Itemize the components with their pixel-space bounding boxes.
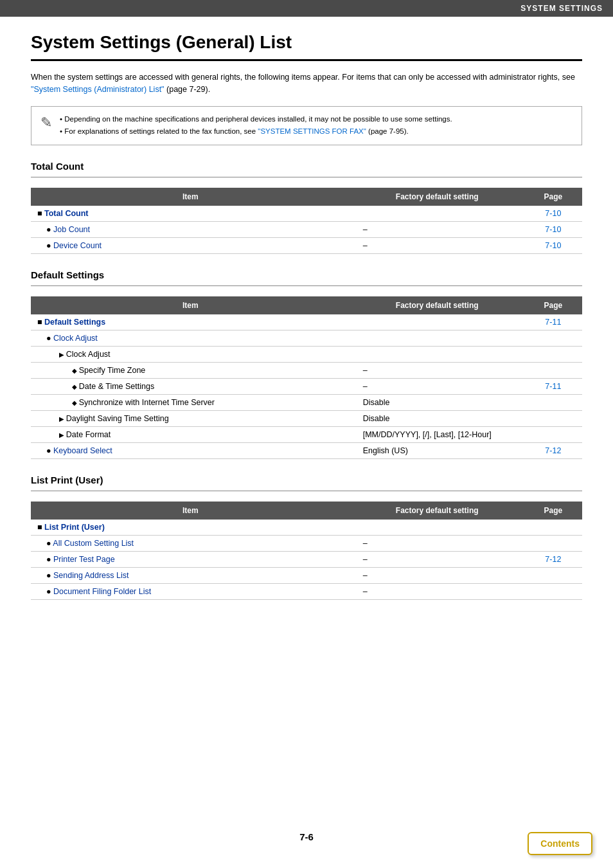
table-total-count: Item Factory default setting Page Total … (31, 188, 582, 254)
fax-link[interactable]: "SYSTEM SETTINGS FOR FAX" (258, 127, 366, 135)
notice-line-1: • Depending on the machine specification… (60, 113, 452, 126)
col-factory-1: Factory default setting (350, 188, 524, 206)
notice-line-2: • For explanations of settings related t… (60, 125, 452, 138)
page-date-format (524, 426, 582, 442)
page-clock-adjust-sub (524, 346, 582, 362)
link-keyboard-select[interactable]: Keyboard Select (53, 446, 112, 455)
page-job-count[interactable]: 7-10 (524, 221, 582, 237)
factory-date-time-settings: – (350, 378, 524, 394)
factory-printer-test: – (350, 551, 524, 567)
admin-list-link[interactable]: "System Settings (Administrator) List" (31, 85, 164, 94)
notice-icon: ✎ (40, 114, 52, 131)
col-item-1: Item (31, 188, 350, 206)
intro-suffix: (page 7-29). (164, 85, 211, 94)
col-page-1: Page (524, 188, 582, 206)
link-all-custom[interactable]: All Custom Setting List (53, 539, 134, 548)
link-list-print-user[interactable]: List Print (User) (44, 523, 105, 532)
link-default-settings[interactable]: Default Settings (44, 318, 105, 327)
factory-clock-adjust (350, 330, 524, 346)
table-header-row: Item Factory default setting Page (31, 188, 582, 206)
link-job-count[interactable]: Job Count (53, 225, 90, 234)
table-row: Clock Adjust (31, 346, 582, 362)
page-device-count[interactable]: 7-10 (524, 237, 582, 253)
table-row: Date Format [MM/DD/YYYY], [/], [Last], [… (31, 426, 582, 442)
item-clock-adjust: Clock Adjust (31, 330, 350, 346)
link-sending-address[interactable]: Sending Address List (53, 571, 129, 580)
table-row: Printer Test Page – 7-12 (31, 551, 582, 567)
factory-default-settings (350, 314, 524, 330)
table-row: Total Count 7-10 (31, 206, 582, 222)
table-row: Sending Address List – (31, 567, 582, 583)
notice-box: ✎ • Depending on the machine specificati… (31, 106, 582, 145)
table-header-row: Item Factory default setting Page (31, 296, 582, 314)
item-list-print-user: List Print (User) (31, 520, 350, 536)
table-row: All Custom Setting List – (31, 535, 582, 551)
table-row: Synchronize with Internet Time Server Di… (31, 394, 582, 410)
separator-total-count (31, 177, 582, 177)
col-factory-2: Factory default setting (350, 296, 524, 314)
link-clock-adjust[interactable]: Clock Adjust (53, 334, 98, 343)
col-page-2: Page (524, 296, 582, 314)
item-doc-filing: Document Filing Folder List (31, 583, 350, 599)
col-item-2: Item (31, 296, 350, 314)
factory-job-count: – (350, 221, 524, 237)
page-sync-internet (524, 394, 582, 410)
page-all-custom (524, 535, 582, 551)
table-row: Date & Time Settings – 7-11 (31, 378, 582, 394)
col-page-3: Page (524, 502, 582, 520)
page-printer-test[interactable]: 7-12 (524, 551, 582, 567)
table-list-print: Item Factory default setting Page List P… (31, 502, 582, 600)
page-total-count[interactable]: 7-10 (524, 206, 582, 222)
factory-date-format: [MM/DD/YYYY], [/], [Last], [12-Hour] (350, 426, 524, 442)
item-total-count: Total Count (31, 206, 350, 222)
table-row: List Print (User) (31, 520, 582, 536)
table-row: Default Settings 7-11 (31, 314, 582, 330)
item-all-custom: All Custom Setting List (31, 535, 350, 551)
factory-all-custom: – (350, 535, 524, 551)
notice-text: • Depending on the machine specification… (60, 113, 452, 138)
factory-sync-internet: Disable (350, 394, 524, 410)
contents-button[interactable]: Contents (528, 832, 592, 855)
page-number: 7-6 (299, 831, 314, 842)
page-specify-time-zone (524, 362, 582, 378)
link-device-count[interactable]: Device Count (53, 241, 102, 250)
header-title: SYSTEM SETTINGS (520, 4, 603, 13)
factory-clock-adjust-sub (350, 346, 524, 362)
section-title-default-settings: Default Settings (31, 269, 582, 280)
page-daylight-saving (524, 410, 582, 426)
item-device-count: Device Count (31, 237, 350, 253)
col-item-3: Item (31, 502, 350, 520)
item-specify-time-zone: Specify Time Zone (31, 362, 350, 378)
page-date-time-settings[interactable]: 7-11 (524, 378, 582, 394)
page-default-settings[interactable]: 7-11 (524, 314, 582, 330)
page-clock-adjust (524, 330, 582, 346)
table-row: Specify Time Zone – (31, 362, 582, 378)
table-default-settings: Item Factory default setting Page Defaul… (31, 296, 582, 459)
item-default-settings: Default Settings (31, 314, 350, 330)
item-sending-address: Sending Address List (31, 567, 350, 583)
separator-list-print (31, 491, 582, 491)
item-printer-test: Printer Test Page (31, 551, 350, 567)
link-doc-filing[interactable]: Document Filing Folder List (53, 587, 151, 596)
col-factory-3: Factory default setting (350, 502, 524, 520)
factory-device-count: – (350, 237, 524, 253)
top-header: SYSTEM SETTINGS (0, 0, 613, 17)
page-keyboard-select[interactable]: 7-12 (524, 442, 582, 458)
intro-paragraph: When the system settings are accessed wi… (31, 71, 582, 96)
item-job-count: Job Count (31, 221, 350, 237)
factory-specify-time-zone: – (350, 362, 524, 378)
item-date-time-settings: Date & Time Settings (31, 378, 350, 394)
link-total-count[interactable]: Total Count (44, 209, 89, 218)
page-title: System Settings (General) List (31, 32, 582, 61)
page-sending-address (524, 567, 582, 583)
separator-default-settings (31, 285, 582, 286)
table-header-row: Item Factory default setting Page (31, 502, 582, 520)
table-row: Document Filing Folder List – (31, 583, 582, 599)
link-printer-test[interactable]: Printer Test Page (53, 555, 115, 564)
factory-list-print-user (350, 520, 524, 536)
table-row: Keyboard Select English (US) 7-12 (31, 442, 582, 458)
page-list-print-user (524, 520, 582, 536)
table-row: Job Count – 7-10 (31, 221, 582, 237)
section-title-list-print: List Print (User) (31, 475, 582, 485)
main-content: System Settings (General) List When the … (0, 17, 613, 667)
